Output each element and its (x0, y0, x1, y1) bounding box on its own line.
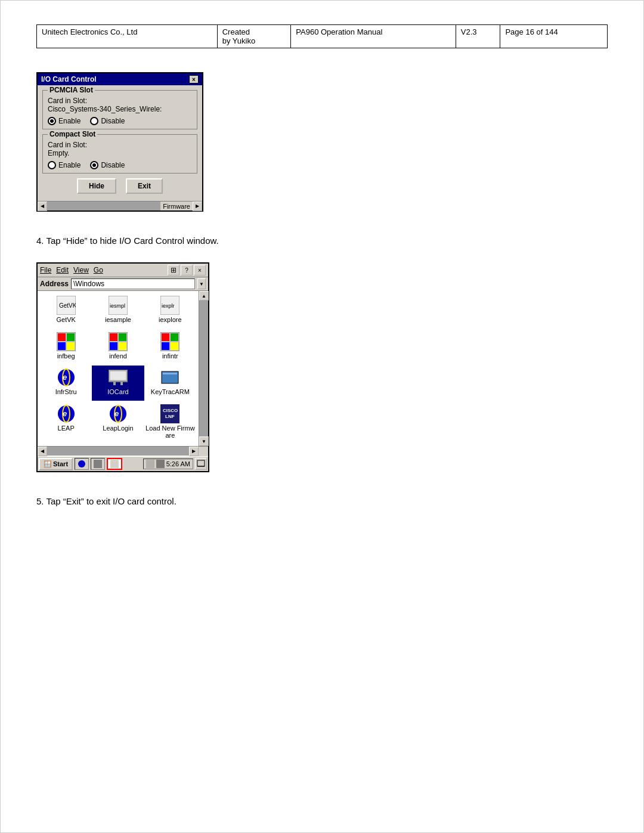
pcmcia-enable-radio[interactable] (48, 117, 56, 125)
toolbar-windows-icon[interactable]: ⊞ (168, 265, 179, 275)
page: Unitech Electronics Co., Ltd Created by … (0, 0, 644, 833)
address-input[interactable]: \Windows (71, 278, 195, 289)
taskbar-item-1[interactable] (75, 458, 89, 470)
explorer-item-keytracarm[interactable]: KeyTracARM (144, 366, 196, 401)
pcmcia-radio-row: Enable Disable (48, 117, 192, 125)
hscroll-track[interactable] (47, 447, 189, 456)
taskbar-item-2[interactable] (91, 458, 105, 470)
pcmcia-disable-radio[interactable] (90, 117, 98, 125)
iocard-label: IOCard (107, 388, 128, 395)
compact-group-label: Compact Slot (48, 130, 97, 138)
explorer-item-infrstru[interactable]: e InfrStru (40, 366, 92, 401)
pcmcia-group-content: Card in Slot: Cisco_Systems-340_Series_W… (48, 97, 192, 125)
svg-text:e: e (63, 409, 67, 418)
compact-disable-option[interactable]: Disable (90, 161, 125, 169)
toolbar-help-icon[interactable]: ? (181, 265, 193, 275)
step4-text: 4. Tap “Hide” to hide I/O Card Control w… (36, 236, 608, 246)
io-card-titlebar: I/O Card Control × (38, 73, 202, 85)
start-windows-icon: 🪟 (44, 460, 52, 468)
getvk-label: GetVK (56, 316, 75, 323)
explorer-item-iexplore[interactable]: iexplr iexplore (144, 293, 196, 329)
explorer-item-infbeg[interactable]: infbeg (40, 330, 92, 365)
infend-label: infend (109, 352, 127, 360)
svg-rect-25 (110, 371, 126, 380)
explorer-item-loadnew[interactable]: CISCO LNF Load New Firmware (144, 402, 196, 444)
explorer-body: GetVK GetVK iesmpl iesample iexplr (38, 291, 199, 446)
explorer-item-leap[interactable]: e LEAP (40, 402, 92, 444)
svg-text:LNF: LNF (165, 414, 175, 419)
vscroll-down[interactable]: ▼ (199, 436, 209, 446)
svg-rect-20 (171, 342, 178, 350)
svg-rect-15 (119, 342, 126, 350)
svg-rect-10 (67, 342, 75, 350)
leap-icon: e (57, 404, 76, 423)
infintr-label: infintr (162, 352, 178, 360)
io-card-window: I/O Card Control × PCMCIA Slot Card in S… (36, 72, 203, 212)
pcmcia-enable-option[interactable]: Enable (48, 117, 80, 125)
compact-disable-radio[interactable] (90, 161, 98, 169)
pcmcia-group: PCMCIA Slot Card in Slot: Cisco_Systems-… (42, 90, 197, 129)
pcmcia-disable-label: Disable (101, 117, 125, 125)
menu-view[interactable]: View (73, 266, 89, 274)
svg-rect-17 (162, 333, 169, 341)
start-label: Start (53, 460, 68, 467)
address-label: Address (40, 280, 69, 288)
scroll-left-arrow[interactable]: ◀ (38, 202, 47, 211)
address-dropdown[interactable]: ▼ (197, 278, 206, 289)
explorer-item-iesample[interactable]: iesmpl iesample (92, 293, 144, 329)
leaplogin-label: LeapLogin (103, 425, 133, 432)
svg-text:iesmpl: iesmpl (110, 303, 125, 309)
keytracarm-icon (160, 368, 179, 387)
taskbar-item-3[interactable] (107, 458, 122, 470)
step5-text: 5. Tap “Exit” to exit I/O card control. (36, 496, 608, 506)
vscroll-up[interactable]: ▲ (199, 291, 209, 301)
explorer-item-infend[interactable]: infend (92, 330, 144, 365)
compact-group-content: Card in Slot: Empty. Enable Disable (48, 141, 192, 169)
keytracarm-label: KeyTracARM (151, 388, 190, 395)
menu-edit[interactable]: Edit (56, 266, 69, 274)
infintr-icon (160, 332, 179, 351)
compact-enable-radio[interactable] (48, 161, 56, 169)
explorer-item-iocard[interactable]: IOCard (92, 366, 144, 401)
io-card-scrollbar: ◀ Firmware ▶ (38, 201, 202, 210)
compact-enable-option[interactable]: Enable (48, 161, 80, 169)
io-card-close-button[interactable]: × (189, 75, 199, 83)
taskbar: 🪟 Start 5:26 AM (38, 456, 208, 471)
scroll-track[interactable] (47, 202, 160, 210)
iexplore-label: iexplore (159, 316, 182, 323)
hscroll-left[interactable]: ◀ (38, 447, 47, 456)
hide-button[interactable]: Hide (77, 178, 116, 194)
address-bar: Address \Windows ▼ (38, 277, 208, 291)
taskbar-icon-3 (110, 460, 119, 468)
svg-text:e: e (63, 373, 67, 382)
explorer-toolbar-icons: ⊞ ? × (168, 265, 206, 275)
explorer-vscrollbar: ▲ ▼ (199, 291, 208, 446)
io-card-body: PCMCIA Slot Card in Slot: Cisco_Systems-… (38, 85, 202, 201)
toolbar-close-icon[interactable]: × (194, 265, 206, 275)
exit-button[interactable]: Exit (126, 178, 163, 194)
explorer-item-infintr[interactable]: infintr (144, 330, 196, 365)
hscroll-right[interactable]: ▶ (189, 447, 199, 456)
explorer-window: File Edit View Go ⊞ ? × Address \Windows… (36, 262, 209, 472)
product-cell: PA960 Operation Manual (291, 25, 456, 48)
vscroll-track[interactable] (199, 301, 208, 436)
header-table: Unitech Electronics Co., Ltd Created by … (36, 24, 608, 48)
svg-rect-14 (110, 342, 117, 350)
taskbar-end-icon[interactable] (195, 458, 207, 470)
svg-rect-41 (110, 460, 119, 468)
explorer-item-getvk[interactable]: GetVK GetVK (40, 293, 92, 329)
menu-file[interactable]: File (40, 266, 51, 274)
taskbar-icon-2 (94, 460, 102, 468)
start-button[interactable]: 🪟 Start (39, 458, 73, 470)
svg-text:e: e (114, 409, 119, 418)
iesample-label: iesample (105, 316, 131, 323)
menu-go[interactable]: Go (94, 266, 103, 274)
page-cell: Page 16 of 144 (500, 25, 608, 48)
compact-line2: Empty. (48, 149, 192, 157)
pcmcia-disable-option[interactable]: Disable (90, 117, 125, 125)
infbeg-icon (57, 332, 76, 351)
svg-text:GetVK: GetVK (59, 302, 76, 309)
explorer-item-leaplogin[interactable]: e LeapLogin (92, 402, 144, 444)
scroll-right-arrow[interactable]: ▶ (193, 202, 202, 211)
infrstru-icon: e (57, 368, 76, 387)
